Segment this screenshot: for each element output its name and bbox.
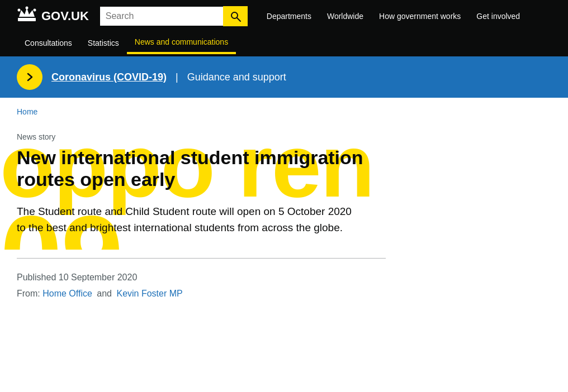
and-separator: and <box>97 289 112 298</box>
site-header: GOV.UK Departments Worldwide How governm… <box>0 0 568 56</box>
covid-separator: | <box>176 71 178 83</box>
header-secondary-nav: Consultations Statistics News and commun… <box>17 32 551 56</box>
article-meta: Published 10 September 2020 From: Home O… <box>17 270 386 302</box>
published-row: Published 10 September 2020 <box>17 270 386 286</box>
nav-statistics[interactable]: Statistics <box>80 33 127 53</box>
svg-point-3 <box>26 7 29 9</box>
from-row: From: Home Office and Kevin Foster MP <box>17 286 386 302</box>
nav-consultations[interactable]: Consultations <box>17 33 80 53</box>
covid-arrow-link[interactable] <box>17 64 42 90</box>
covid-support-text: Guidance and support <box>187 71 286 83</box>
published-label: Published <box>17 273 56 282</box>
nav-how-government-works[interactable]: How government works <box>371 6 468 26</box>
published-date: 10 September 2020 <box>59 273 138 282</box>
main-nav: Departments Worldwide How government wor… <box>259 6 528 26</box>
from-label: From: <box>17 289 40 298</box>
svg-point-2 <box>18 9 21 12</box>
article-divider <box>17 258 386 259</box>
svg-rect-0 <box>18 18 36 21</box>
covid-banner: Coronavirus (COVID-19) | Guidance and su… <box>0 56 568 98</box>
nav-departments[interactable]: Departments <box>259 6 319 26</box>
nav-news-communications[interactable]: News and communications <box>127 32 236 54</box>
article-summary: The Student route and Child Student rout… <box>17 204 363 236</box>
article-category: News story <box>17 132 386 141</box>
covid-link[interactable]: Coronavirus (COVID-19) <box>51 71 167 83</box>
from-link-home-office[interactable]: Home Office <box>42 289 92 298</box>
gov-logo-link[interactable]: GOV.UK <box>17 6 89 26</box>
nav-worldwide[interactable]: Worldwide <box>319 6 371 26</box>
svg-line-6 <box>237 18 240 21</box>
search-form <box>100 6 248 26</box>
article-title: New international student immigration ro… <box>17 147 363 190</box>
header-top-row: GOV.UK Departments Worldwide How governm… <box>17 6 551 32</box>
covid-banner-text: Coronavirus (COVID-19) | Guidance and su… <box>51 71 286 83</box>
breadcrumb-home[interactable]: Home <box>17 107 37 116</box>
search-button[interactable] <box>223 6 248 26</box>
article-body: News story New international student imm… <box>17 121 386 302</box>
from-link-kevin-foster[interactable]: Kevin Foster MP <box>116 289 182 298</box>
svg-point-4 <box>34 9 36 12</box>
arrow-right-icon <box>22 70 37 84</box>
search-input[interactable] <box>100 7 223 26</box>
svg-point-7 <box>22 70 37 84</box>
crown-icon <box>17 6 37 26</box>
nav-get-involved[interactable]: Get involved <box>468 6 528 26</box>
main-content: oppo ren 09 News story New international… <box>0 121 403 324</box>
gov-logo-text: GOV.UK <box>41 9 89 23</box>
breadcrumb: Home <box>0 98 568 121</box>
search-icon <box>230 11 241 22</box>
